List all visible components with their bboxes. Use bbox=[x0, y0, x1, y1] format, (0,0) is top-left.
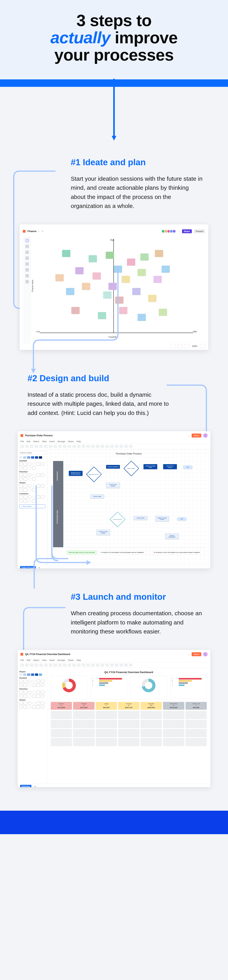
ribbon-tool-icon[interactable] bbox=[49, 663, 52, 667]
panel-head[interactable]: Flowchart bbox=[19, 471, 45, 473]
node-dec-received[interactable]: Goods received? bbox=[110, 512, 125, 527]
ribbon-tool-icon[interactable] bbox=[39, 445, 43, 448]
node-create-po[interactable]: Create purchase order bbox=[143, 464, 157, 469]
sticky-note[interactable] bbox=[132, 288, 141, 295]
sticky-note[interactable] bbox=[140, 253, 149, 261]
ribbon-tool-icon[interactable] bbox=[91, 445, 95, 448]
shape-stencil[interactable] bbox=[37, 680, 40, 683]
ribbon-tool-icon[interactable] bbox=[91, 663, 95, 667]
sticky-note[interactable] bbox=[154, 276, 162, 283]
ribbon-tool-icon[interactable] bbox=[105, 663, 109, 667]
ribbon-tool-icon[interactable] bbox=[82, 663, 85, 667]
shape-stencil[interactable] bbox=[41, 695, 45, 698]
kanban-card[interactable] bbox=[186, 729, 207, 737]
ribbon-tool-icon[interactable] bbox=[39, 663, 43, 667]
ribbon-tool-icon[interactable] bbox=[115, 445, 118, 448]
ribbon-tool-icon[interactable] bbox=[124, 445, 128, 448]
shape-stencil[interactable] bbox=[28, 694, 31, 698]
ribbon-tool-icon[interactable] bbox=[30, 663, 34, 667]
kanban-card[interactable] bbox=[163, 720, 184, 728]
shape-stencil[interactable] bbox=[28, 691, 31, 694]
shape-stencil[interactable] bbox=[24, 477, 27, 480]
node-identify[interactable]: Identify need for product/service bbox=[69, 471, 83, 476]
sticky-note[interactable] bbox=[162, 266, 170, 273]
panel-head[interactable]: Shapes bbox=[19, 482, 45, 484]
menu-file[interactable]: File bbox=[21, 440, 24, 442]
shape-stencil[interactable] bbox=[37, 691, 40, 694]
color-swatch[interactable] bbox=[19, 673, 22, 676]
menu-select[interactable]: Select bbox=[33, 659, 39, 661]
shape-stencil[interactable] bbox=[24, 474, 27, 477]
share-button[interactable]: Share bbox=[192, 434, 201, 438]
share-button[interactable]: Share bbox=[182, 229, 192, 233]
ribbon-tool-icon[interactable] bbox=[124, 663, 128, 667]
ribbon-tool-icon[interactable] bbox=[49, 445, 52, 448]
shape-stencil[interactable] bbox=[28, 477, 31, 481]
search-icon[interactable]: ⌕ bbox=[188, 434, 189, 437]
shape-stencil[interactable] bbox=[19, 485, 23, 488]
shape-stencil[interactable] bbox=[37, 706, 40, 709]
kanban-card[interactable] bbox=[73, 729, 94, 737]
shape-stencil[interactable] bbox=[32, 695, 36, 698]
zoom-level[interactable]: 100% bbox=[191, 345, 199, 347]
ribbon-tool-icon[interactable] bbox=[119, 445, 123, 448]
avatar-icon[interactable] bbox=[172, 229, 176, 233]
ribbon-tool-icon[interactable] bbox=[63, 445, 66, 448]
color-swatch[interactable] bbox=[27, 456, 30, 459]
kanban-card[interactable] bbox=[118, 711, 140, 719]
sticky-note[interactable] bbox=[62, 250, 71, 257]
search-icon[interactable]: ⌕ bbox=[39, 230, 40, 233]
color-swatch[interactable] bbox=[31, 456, 34, 459]
shape-stencil[interactable] bbox=[19, 695, 23, 698]
avatar-icon[interactable] bbox=[203, 433, 207, 438]
shape-stencil[interactable] bbox=[19, 463, 23, 466]
sticky-note[interactable] bbox=[138, 314, 146, 321]
kanban-card[interactable] bbox=[73, 720, 94, 728]
node-dec-approved[interactable]: Approved vendor? bbox=[86, 466, 102, 482]
kanban-card[interactable] bbox=[141, 729, 162, 737]
shape-stencil[interactable] bbox=[41, 474, 45, 477]
kanban-card[interactable] bbox=[96, 729, 117, 737]
nav-hand-icon[interactable] bbox=[170, 344, 176, 348]
color-swatch[interactable] bbox=[31, 673, 34, 676]
shape-stencil[interactable] bbox=[19, 706, 23, 709]
shape-stencil[interactable] bbox=[32, 684, 36, 687]
shape-stencil[interactable] bbox=[32, 477, 36, 480]
menu-view[interactable]: View bbox=[42, 440, 47, 442]
kanban-card[interactable] bbox=[118, 720, 140, 728]
ribbon-tool-icon[interactable] bbox=[105, 445, 109, 448]
kanban-card[interactable] bbox=[186, 720, 207, 728]
kanban-card[interactable] bbox=[163, 729, 184, 737]
shape-stencil[interactable] bbox=[41, 463, 45, 466]
shape-stencil[interactable] bbox=[19, 474, 23, 477]
menu-insert[interactable]: Insert bbox=[49, 440, 55, 442]
node-approve-pay[interactable]: Approve & pay invoice bbox=[155, 516, 169, 521]
shape-stencil[interactable] bbox=[41, 706, 45, 709]
color-swatch[interactable] bbox=[39, 456, 42, 459]
shape-stencil[interactable] bbox=[24, 695, 27, 698]
ribbon-tool-icon[interactable] bbox=[101, 663, 104, 667]
shape-stencil[interactable] bbox=[28, 684, 31, 687]
color-swatch[interactable] bbox=[19, 456, 22, 459]
kanban-card[interactable] bbox=[73, 711, 94, 719]
shape-stencil[interactable] bbox=[24, 488, 27, 492]
nav-minus-icon[interactable] bbox=[184, 344, 189, 348]
kanban-card[interactable] bbox=[51, 738, 72, 746]
kanban-card[interactable] bbox=[96, 711, 117, 719]
ribbon-tool-icon[interactable] bbox=[35, 663, 38, 667]
sticky-note[interactable] bbox=[88, 255, 97, 262]
ribbon-tool-icon[interactable] bbox=[21, 445, 24, 448]
shape-stencil[interactable] bbox=[32, 702, 36, 705]
kanban-card[interactable] bbox=[186, 738, 207, 746]
shape-stencil[interactable] bbox=[24, 680, 27, 683]
shape-stencil[interactable] bbox=[37, 684, 40, 687]
sticky-note[interactable] bbox=[127, 259, 135, 266]
shape-stencil[interactable] bbox=[19, 684, 23, 687]
kanban-card[interactable] bbox=[141, 720, 162, 728]
tool-line-icon[interactable] bbox=[26, 262, 29, 266]
kanban-card[interactable] bbox=[118, 729, 140, 737]
ribbon-tool-icon[interactable] bbox=[53, 445, 57, 448]
ribbon-tool-icon[interactable] bbox=[58, 445, 62, 448]
ribbon-tool-icon[interactable] bbox=[110, 445, 114, 448]
ribbon-tool-icon[interactable] bbox=[115, 663, 118, 667]
